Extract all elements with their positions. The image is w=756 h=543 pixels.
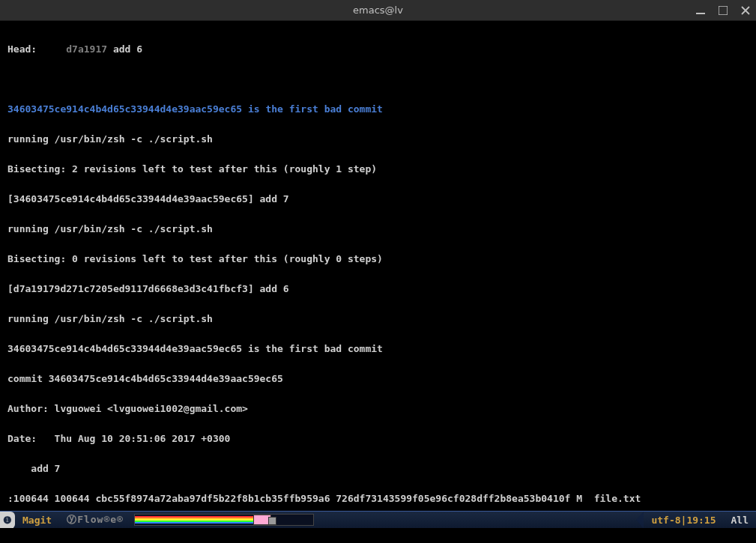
output-line: 34603475ce914c4b4d65c33944d4e39aac59ec65… bbox=[7, 342, 749, 357]
blank-line bbox=[7, 72, 749, 87]
mode-line: ❶ Magit ⓨFlow®e® utf-8 | 19:15 All bbox=[0, 511, 756, 528]
output-line: running /usr/bin/zsh -c ./script.sh bbox=[7, 132, 749, 147]
head-line: Head: d7a1917 add 6 bbox=[7, 42, 749, 57]
output-line: [d7a19179d271c7205ed9117d6668e3d3c41fbcf… bbox=[7, 282, 749, 297]
vc-indicator: ⓨFlow®e® bbox=[59, 512, 131, 529]
window-number-badge: ❶ bbox=[0, 512, 15, 529]
output-line: Bisecting: 2 revisions left to test afte… bbox=[7, 162, 749, 177]
minimize-icon[interactable] bbox=[695, 4, 707, 16]
output-line: commit 34603475ce914c4b4d65c33944d4e39aa… bbox=[7, 371, 749, 386]
encoding-indicator: utf-8 | 19:15 bbox=[644, 512, 723, 529]
output-line: Date: Thu Aug 10 20:51:06 2017 +0300 bbox=[7, 431, 749, 446]
magit-buffer[interactable]: Head: d7a1917 add 6 34603475ce914c4b4d65… bbox=[0, 21, 756, 521]
window-titlebar: emacs@lv bbox=[0, 0, 756, 21]
major-mode: Magit bbox=[15, 512, 59, 529]
separator-icon bbox=[636, 512, 644, 529]
nyan-rainbow-icon bbox=[135, 516, 255, 524]
bisect-result-line: 34603475ce914c4b4d65c33944d4e39aac59ec65… bbox=[7, 102, 749, 117]
svg-rect-0 bbox=[696, 13, 705, 14]
output-line: running /usr/bin/zsh -c ./script.sh bbox=[7, 222, 749, 237]
output-line: running /usr/bin/zsh -c ./script.sh bbox=[7, 312, 749, 327]
nyan-cat-icon bbox=[253, 515, 271, 525]
output-line: :100644 100644 cbc55f8974a72aba97df5b22f… bbox=[7, 491, 749, 506]
window-controls bbox=[695, 4, 752, 16]
output-line: Author: lvguowei <lvguowei1002@gmail.com… bbox=[7, 401, 749, 416]
output-line: [34603475ce914c4b4d65c33944d4e39aac59ec6… bbox=[7, 192, 749, 207]
output-line: Bisecting: 0 revisions left to test afte… bbox=[7, 252, 749, 267]
mode-line-right: utf-8 | 19:15 All bbox=[636, 512, 756, 529]
window-title: emacs@lv bbox=[353, 4, 403, 16]
svg-rect-1 bbox=[719, 6, 728, 15]
maximize-icon[interactable] bbox=[717, 4, 729, 16]
close-icon[interactable] bbox=[740, 4, 752, 16]
output-line: add 7 bbox=[7, 461, 749, 476]
nyan-cat-indicator bbox=[134, 514, 314, 526]
scroll-indicator: All bbox=[724, 512, 756, 529]
minibuffer[interactable] bbox=[0, 528, 756, 543]
